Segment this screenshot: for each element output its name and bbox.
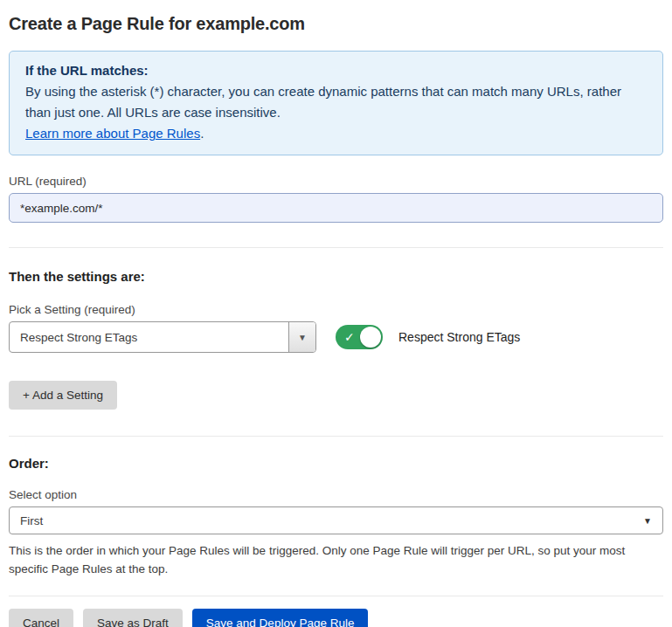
order-select[interactable]: First ▼ bbox=[9, 506, 663, 534]
order-select-label: Select option bbox=[9, 488, 663, 501]
order-select-value: First bbox=[10, 514, 643, 527]
info-box: If the URL matches: By using the asteris… bbox=[9, 51, 663, 155]
learn-more-link[interactable]: Learn more about Page Rules bbox=[25, 126, 200, 141]
setting-select[interactable]: Respect Strong ETags ▼ bbox=[9, 321, 316, 353]
section-divider bbox=[9, 247, 663, 248]
save-deploy-button[interactable]: Save and Deploy Page Rule bbox=[192, 609, 369, 627]
section-divider bbox=[9, 596, 663, 596]
chevron-down-icon: ▼ bbox=[298, 333, 307, 342]
toggle-label: Respect Strong ETags bbox=[398, 330, 520, 344]
order-help-text: This is the order in which your Page Rul… bbox=[9, 541, 663, 578]
toggle-knob bbox=[360, 327, 381, 348]
page-rule-form: Create a Page Rule for example.com If th… bbox=[0, 12, 672, 627]
settings-heading: Then the settings are: bbox=[9, 269, 663, 284]
section-divider bbox=[9, 436, 663, 437]
link-suffix: . bbox=[200, 126, 204, 141]
chevron-down-icon: ▼ bbox=[643, 516, 652, 526]
order-heading: Order: bbox=[9, 456, 663, 471]
info-box-link-line: Learn more about Page Rules. bbox=[25, 123, 647, 144]
save-draft-button[interactable]: Save as Draft bbox=[83, 609, 183, 627]
cancel-button[interactable]: Cancel bbox=[9, 609, 73, 627]
info-box-body: By using the asterisk (*) character, you… bbox=[25, 81, 647, 123]
setting-picker-label: Pick a Setting (required) bbox=[9, 303, 663, 316]
page-title: Create a Page Rule for example.com bbox=[9, 12, 663, 35]
url-input[interactable] bbox=[9, 193, 663, 223]
setting-row: Respect Strong ETags ▼ ✓ Respect Strong … bbox=[9, 321, 663, 353]
action-bar: Cancel Save as Draft Save and Deploy Pag… bbox=[9, 609, 663, 627]
add-setting-button[interactable]: + Add a Setting bbox=[9, 381, 117, 410]
setting-select-value: Respect Strong ETags bbox=[10, 331, 288, 344]
url-label: URL (required) bbox=[9, 175, 663, 188]
setting-select-caret-button[interactable]: ▼ bbox=[288, 322, 315, 352]
etag-toggle[interactable]: ✓ bbox=[336, 325, 383, 349]
info-box-heading: If the URL matches: bbox=[25, 60, 647, 81]
check-icon: ✓ bbox=[344, 330, 355, 344]
